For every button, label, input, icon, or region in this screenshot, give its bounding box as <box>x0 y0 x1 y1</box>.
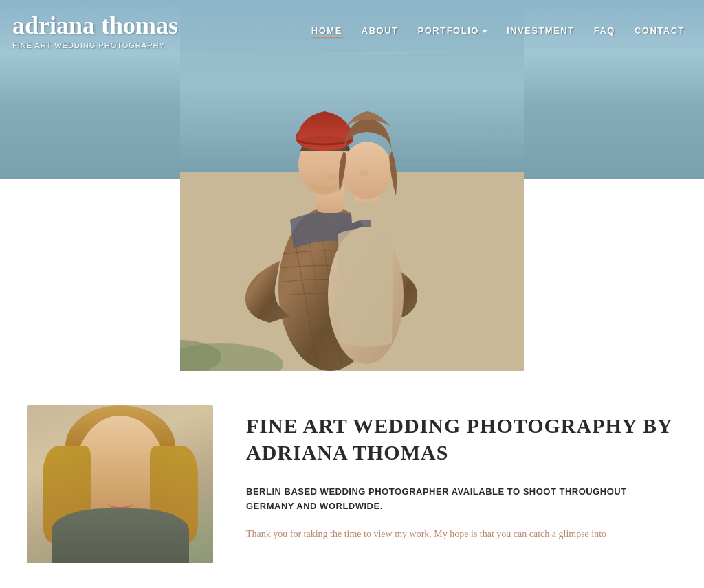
nav-item-about[interactable]: ABOUT <box>362 25 399 36</box>
subtitle-text: BERLIN BASED WEDDING PHOTOGRAPHER AVAILA… <box>246 485 676 514</box>
photo-body <box>52 508 189 563</box>
nav-item-home[interactable]: HOME <box>311 25 342 36</box>
nav-item-portfolio[interactable]: PORTFOLIO <box>418 25 487 36</box>
svg-point-24 <box>360 170 369 177</box>
hero-section: adriana thomas Fine Art Wedding Photogra… <box>0 0 704 371</box>
nav-item-investment[interactable]: INVESTMENT <box>507 25 575 36</box>
svg-point-23 <box>326 173 337 181</box>
body-text: Thank you for taking the time to view my… <box>246 526 676 543</box>
main-navigation: HOME ABOUT PORTFOLIO INVESTMENT FAQ CONT… <box>311 25 685 36</box>
logo-tagline: Fine Art Wedding Photography <box>12 41 178 49</box>
nav-item-contact[interactable]: CONTACT <box>635 25 685 36</box>
site-header: adriana thomas Fine Art Wedding Photogra… <box>0 0 704 62</box>
nav-item-faq[interactable]: FAQ <box>594 25 615 36</box>
photographer-photo <box>28 405 213 563</box>
photo-smile <box>107 497 133 509</box>
nav-portfolio-label: PORTFOLIO <box>418 25 479 36</box>
content-section: FINE ART WEDDING PHOTOGRAPHY BY ADRIANA … <box>246 405 676 542</box>
main-title: FINE ART WEDDING PHOTOGRAPHY BY ADRIANA … <box>246 412 676 466</box>
portfolio-dropdown-icon <box>482 30 487 33</box>
below-hero-section: FINE ART WEDDING PHOTOGRAPHY BY ADRIANA … <box>0 371 704 588</box>
site-logo[interactable]: adriana thomas Fine Art Wedding Photogra… <box>12 12 178 49</box>
logo-name: adriana thomas <box>12 12 178 40</box>
